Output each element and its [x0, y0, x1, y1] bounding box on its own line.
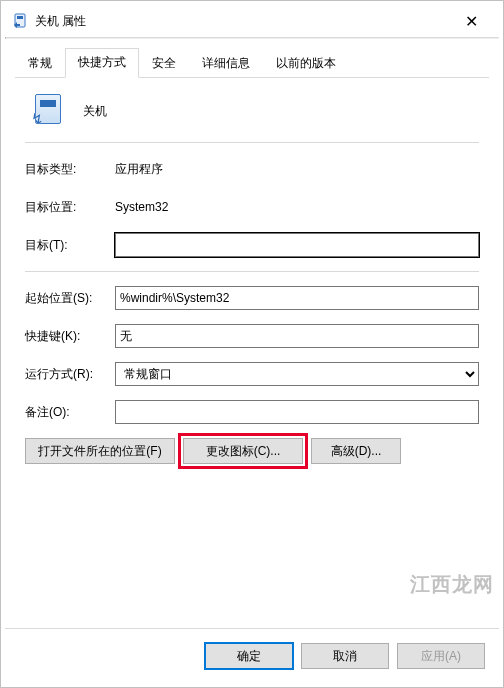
- comment-input[interactable]: [115, 400, 479, 424]
- svg-rect-1: [17, 16, 23, 19]
- tab-shortcut[interactable]: 快捷方式: [65, 48, 139, 78]
- close-button[interactable]: ✕: [451, 8, 491, 35]
- run-select[interactable]: 常规窗口: [115, 362, 479, 386]
- ok-button[interactable]: 确定: [205, 643, 293, 669]
- tab-security[interactable]: 安全: [139, 49, 189, 78]
- action-button-row: 打开文件所在的位置(F) 更改图标(C)... 高级(D)...: [25, 438, 479, 464]
- advanced-button[interactable]: 高级(D)...: [311, 438, 401, 464]
- tab-content: ↯ 关机 目标类型: 应用程序 目标位置: System32 目标(T): 起始…: [5, 78, 499, 628]
- target-input[interactable]: [115, 233, 479, 257]
- tab-details[interactable]: 详细信息: [189, 49, 263, 78]
- properties-dialog: 关机 属性 ✕ 常规 快捷方式 安全 详细信息 以前的版本 ↯ 关机 目标类型:…: [5, 5, 499, 683]
- divider: [25, 271, 479, 272]
- target-location-label: 目标位置:: [25, 199, 115, 216]
- startin-input[interactable]: [115, 286, 479, 310]
- change-icon-button[interactable]: 更改图标(C)...: [183, 438, 303, 464]
- dialog-footer: 确定 取消 应用(A): [5, 628, 499, 683]
- cancel-button[interactable]: 取消: [301, 643, 389, 669]
- titlebar-icon: [13, 13, 29, 29]
- open-file-location-button[interactable]: 打开文件所在的位置(F): [25, 438, 175, 464]
- run-label: 运行方式(R):: [25, 366, 115, 383]
- tab-general[interactable]: 常规: [15, 49, 65, 78]
- target-type-value: 应用程序: [115, 161, 479, 178]
- tab-strip: 常规 快捷方式 安全 详细信息 以前的版本: [5, 39, 499, 78]
- target-label: 目标(T):: [25, 237, 115, 254]
- comment-label: 备注(O):: [25, 404, 115, 421]
- tab-previous[interactable]: 以前的版本: [263, 49, 349, 78]
- divider: [25, 142, 479, 143]
- shortcut-key-input[interactable]: [115, 324, 479, 348]
- shortcut-name: 关机: [83, 103, 107, 120]
- shortcut-key-label: 快捷键(K):: [25, 328, 115, 345]
- target-location-value: System32: [115, 200, 479, 214]
- target-type-label: 目标类型:: [25, 161, 115, 178]
- titlebar: 关机 属性 ✕: [5, 5, 499, 37]
- shortcut-icon: ↯: [31, 94, 65, 128]
- window-title: 关机 属性: [35, 13, 451, 30]
- startin-label: 起始位置(S):: [25, 290, 115, 307]
- apply-button[interactable]: 应用(A): [397, 643, 485, 669]
